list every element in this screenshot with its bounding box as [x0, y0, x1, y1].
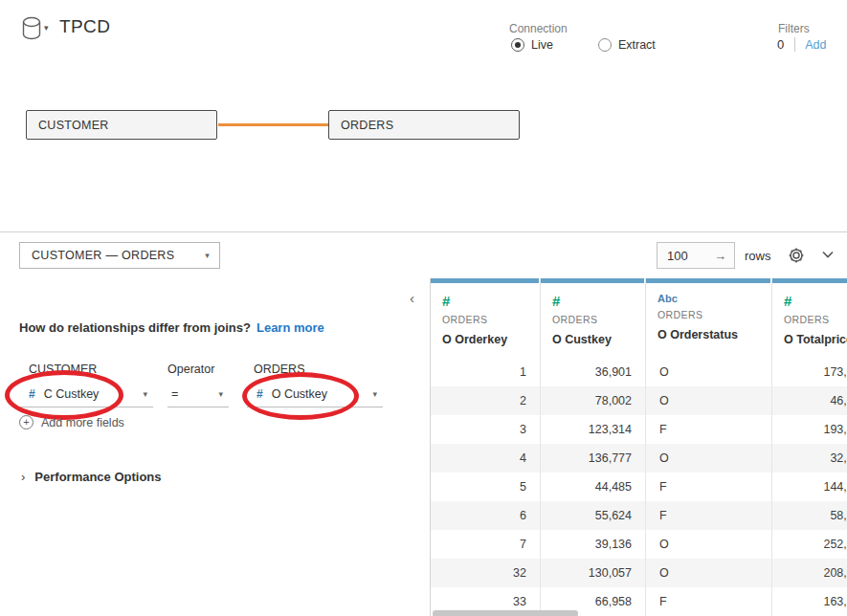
number-type-icon: # [784, 293, 847, 309]
number-field-icon: # [29, 387, 35, 401]
right-field-value: O Custkey [272, 387, 327, 401]
cell-o-orderstatus: O [646, 444, 772, 473]
chevron-down-icon: ▾ [372, 389, 377, 399]
cell-o-orderstatus: F [646, 415, 772, 444]
learn-more-link[interactable]: Learn more [256, 320, 324, 335]
right-field-dropdown[interactable]: # O Custkey ▾ [247, 382, 383, 407]
expand-right-chevron-icon: › [21, 470, 25, 484]
chevron-down-icon: ▾ [205, 251, 210, 260]
performance-options-label: Performance Options [34, 470, 161, 484]
cell-o-orderstatus: F [646, 587, 772, 616]
datasource-title[interactable]: TPCD [59, 16, 110, 37]
canvas-table-orders-label: ORDERS [341, 119, 393, 132]
relationship-connector-line[interactable] [218, 123, 328, 126]
relationship-selector-value: CUSTOMER — ORDERS [32, 249, 174, 262]
column-field-name: O Orderkey [442, 333, 528, 346]
radio-extract-label[interactable]: Extract [618, 38, 656, 52]
cell-o-orderkey: 4 [431, 444, 541, 473]
table-row[interactable]: 6 55,624 F 58,749.59 [431, 501, 847, 530]
connection-label: Connection [509, 22, 568, 35]
cell-o-totalprice: 32,151.78 [772, 444, 847, 473]
number-type-icon: # [552, 293, 634, 309]
number-field-icon: # [256, 387, 263, 401]
horizontal-scrollbar[interactable] [433, 610, 578, 616]
performance-options-toggle[interactable]: › Performance Options [21, 470, 162, 484]
relationship-help-text: How do relationships differ from joins?L… [19, 320, 324, 335]
column-header-o-orderstatus[interactable]: Abc ORDERS O Orderstatus [646, 278, 772, 358]
chevron-down-icon: ▾ [218, 389, 223, 399]
right-table-column-label: ORDERS [254, 363, 304, 376]
cell-o-orderkey: 1 [431, 358, 541, 386]
table-row[interactable]: 7 39,136 O 252,004.18 [431, 530, 847, 559]
relationship-detail-panel: ‹ How do relationships differ from joins… [0, 278, 431, 616]
operator-value: = [171, 387, 178, 401]
column-header-o-totalprice[interactable]: # ORDERS O Totalprice [772, 278, 847, 358]
database-icon[interactable] [21, 16, 42, 41]
data-preview-grid: # ORDERS O Orderkey # ORDERS O Custkey [431, 278, 847, 616]
row-count-input[interactable] [667, 249, 709, 263]
cell-o-orderkey: 5 [431, 473, 541, 501]
column-table-name: ORDERS [442, 314, 528, 325]
column-table-name: ORDERS [552, 314, 634, 325]
cell-o-totalprice: 163,243.98 [772, 587, 847, 616]
cell-o-custkey: 78,002 [541, 386, 646, 415]
cell-o-orderstatus: O [646, 386, 772, 415]
grid-header-row: # ORDERS O Orderkey # ORDERS O Custkey [431, 278, 847, 358]
radio-extract[interactable] [598, 38, 612, 52]
collapse-left-chevron-icon[interactable]: ‹ [410, 290, 414, 306]
cell-o-orderkey: 7 [431, 530, 541, 559]
cell-o-orderstatus: O [646, 559, 772, 587]
left-field-dropdown[interactable]: # C Custkey ▾ [19, 382, 153, 407]
table-row[interactable]: 4 136,777 O 32,151.78 [431, 444, 847, 473]
column-field-name: O Orderstatus [658, 328, 760, 341]
chevron-down-icon: ▾ [143, 389, 147, 399]
radio-live-label[interactable]: Live [531, 38, 553, 52]
column-table-name: ORDERS [658, 309, 760, 320]
canvas-table-customer[interactable]: CUSTOMER [26, 110, 217, 140]
column-field-name: O Totalprice [784, 333, 847, 346]
table-row[interactable]: 32 130,057 O 208,660.75 [431, 559, 847, 587]
cell-o-totalprice: 252,004.18 [772, 530, 847, 559]
apply-rows-arrow-icon[interactable]: → [714, 249, 726, 263]
cell-o-totalprice: 193,846.25 [772, 415, 847, 444]
operator-dropdown[interactable]: = ▾ [167, 382, 229, 407]
cell-o-custkey: 123,314 [541, 415, 646, 444]
relationship-editor-panel: CUSTOMER — ORDERS ▾ → rows ‹ How do rela… [0, 231, 847, 616]
canvas-table-orders[interactable]: ORDERS [328, 110, 520, 140]
cell-o-custkey: 44,485 [541, 473, 646, 501]
string-type-icon: Abc [658, 293, 760, 304]
column-field-name: O Custkey [552, 333, 634, 346]
cell-o-orderkey: 6 [431, 501, 541, 530]
column-table-name: ORDERS [784, 314, 847, 325]
cell-o-orderstatus: F [646, 473, 772, 501]
filters-controls: 0 Add [777, 37, 826, 52]
radio-live[interactable] [511, 38, 524, 52]
filters-label: Filters [778, 22, 810, 35]
gear-icon[interactable] [787, 246, 806, 265]
plus-circle-icon: + [19, 415, 33, 429]
cell-o-custkey: 36,901 [541, 358, 646, 386]
collapse-panel-chevron-icon[interactable] [821, 250, 835, 259]
database-menu-caret-icon[interactable]: ▾ [44, 23, 49, 33]
table-row[interactable]: 3 123,314 F 193,846.25 [431, 415, 847, 444]
add-filter-link[interactable]: Add [805, 38, 826, 52]
column-header-o-custkey[interactable]: # ORDERS O Custkey [541, 278, 646, 358]
left-field-value: C Custkey [44, 387, 100, 401]
relationship-selector-dropdown[interactable]: CUSTOMER — ORDERS ▾ [19, 242, 220, 269]
filters-count: 0 [777, 37, 784, 52]
cell-o-orderstatus: O [646, 530, 772, 559]
help-question-text: How do relationships differ from joins? [19, 320, 251, 335]
cell-o-orderstatus: F [646, 501, 772, 530]
cell-o-custkey: 136,777 [541, 444, 646, 473]
table-row[interactable]: 2 78,002 O 46,929.18 [431, 386, 847, 415]
table-row[interactable]: 1 36,901 O 173,665.47 [431, 358, 847, 386]
operator-column-label: Operator [167, 363, 214, 376]
cell-o-orderkey: 3 [431, 415, 541, 444]
cell-o-orderkey: 2 [431, 386, 541, 415]
number-type-icon: # [442, 293, 528, 309]
add-more-fields-button[interactable]: + Add more fields [19, 415, 124, 429]
cell-o-orderkey: 32 [431, 559, 541, 587]
cell-o-custkey: 39,136 [541, 530, 646, 559]
column-header-o-orderkey[interactable]: # ORDERS O Orderkey [431, 278, 541, 358]
table-row[interactable]: 5 44,485 F 144,659.20 [431, 473, 847, 501]
